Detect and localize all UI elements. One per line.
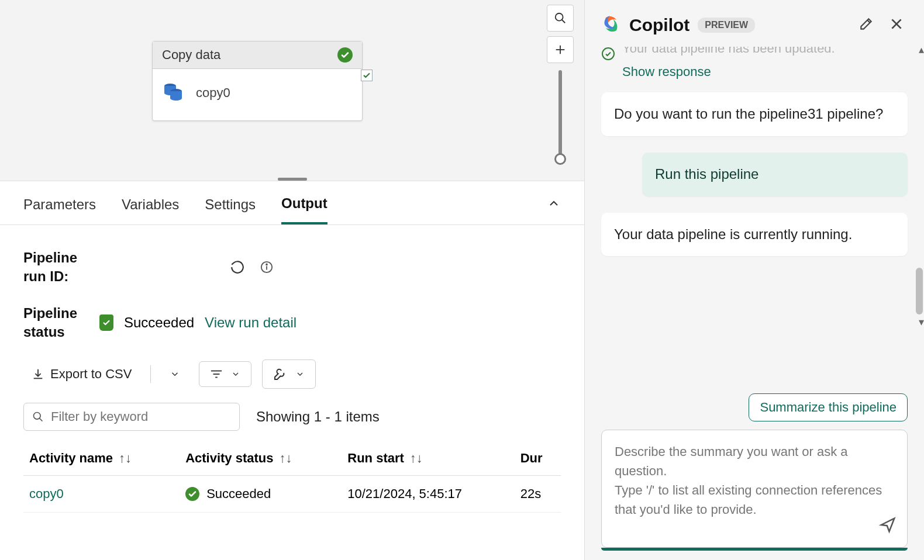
clear-chat-button[interactable] [855, 13, 877, 37]
svg-line-3 [562, 20, 566, 23]
activity-name-label: copy0 [196, 85, 230, 101]
tab-output[interactable]: Output [281, 195, 327, 224]
search-canvas-button[interactable] [547, 5, 574, 32]
activity-name-cell[interactable]: copy0 [29, 486, 64, 501]
export-csv-dropdown[interactable] [161, 363, 188, 385]
collapse-panel-button[interactable] [547, 196, 561, 213]
zoom-slider-thumb[interactable] [554, 153, 566, 165]
sort-icon: ↑↓ [119, 451, 132, 465]
assistant-message: Your data pipeline is currently running. [601, 213, 908, 257]
output-toolbar: Export to CSV [23, 359, 561, 389]
zoom-controls [547, 5, 574, 164]
zoom-slider[interactable] [558, 70, 562, 164]
sort-icon: ↑↓ [410, 451, 423, 465]
activity-type-label: Copy data [162, 47, 220, 63]
copilot-panel: Copilot PREVIEW ▴ Your data pipeline has… [585, 0, 924, 560]
table-header-row: Activity name↑↓ Activity status↑↓ Run st… [23, 441, 561, 476]
on-success-handle[interactable] [361, 70, 373, 81]
success-icon [185, 487, 199, 501]
col-activity-status[interactable]: Activity status↑↓ [180, 441, 342, 476]
tools-button[interactable] [262, 359, 316, 389]
main-panel: Copy data copy0 [0, 0, 585, 560]
send-button[interactable] [879, 516, 897, 539]
copilot-logo-icon [601, 14, 621, 36]
duration-cell: 22s [515, 475, 561, 512]
scroll-down-arrow[interactable]: ▾ [919, 316, 924, 329]
svg-line-14 [39, 418, 42, 421]
export-csv-button[interactable]: Export to CSV [23, 361, 140, 388]
view-run-detail-link[interactable]: View run detail [205, 314, 296, 331]
check-circle-icon [601, 47, 615, 61]
col-activity-name[interactable]: Activity name↑↓ [23, 441, 180, 476]
copilot-title: Copilot [629, 15, 689, 35]
show-response-link[interactable]: Show response [622, 64, 908, 79]
filter-columns-button[interactable] [199, 361, 251, 387]
activity-card-copy-data[interactable]: Copy data copy0 [152, 41, 363, 121]
suggestion-chip[interactable]: Summarize this pipeline [749, 393, 908, 421]
activity-status-cell: Succeeded [206, 486, 271, 502]
svg-point-8 [266, 264, 267, 265]
input-focus-underline [601, 548, 908, 551]
export-csv-label: Export to CSV [50, 367, 132, 382]
search-icon [32, 410, 44, 423]
svg-point-13 [33, 412, 40, 419]
refresh-button[interactable] [228, 258, 247, 276]
user-message: Run this pipeline [642, 153, 908, 196]
close-copilot-button[interactable] [885, 13, 908, 37]
details-tabs: Parameters Variables Settings Output [0, 181, 584, 225]
col-run-start[interactable]: Run start↑↓ [342, 441, 514, 476]
activity-card-body: copy0 [153, 69, 362, 120]
chat-scroll-area[interactable]: ▴ Your data pipeline has been updated. S… [585, 46, 924, 393]
filter-keyword-input[interactable] [51, 409, 231, 424]
activities-table: Activity name↑↓ Activity status↑↓ Run st… [23, 441, 561, 513]
run-id-label: Pipeline run ID: [23, 248, 99, 286]
showing-count: Showing 1 - 1 items [256, 409, 380, 425]
copilot-input-placeholder: Describe the summary you want or ask a q… [615, 444, 882, 517]
pipeline-canvas[interactable]: Copy data copy0 [0, 0, 584, 181]
tab-parameters[interactable]: Parameters [23, 196, 96, 223]
preview-badge: PREVIEW [698, 18, 755, 33]
zoom-in-button[interactable] [547, 36, 574, 63]
sort-icon: ↑↓ [280, 451, 292, 465]
copilot-input[interactable]: Describe the summary you want or ask a q… [601, 430, 908, 548]
svg-point-18 [602, 48, 614, 60]
previous-message-partial: Your data pipeline has been updated. [601, 47, 908, 61]
tab-variables[interactable]: Variables [122, 196, 179, 223]
filter-keyword-input-wrapper [23, 403, 240, 431]
info-icon[interactable] [257, 258, 276, 276]
activity-card-header: Copy data [153, 42, 362, 69]
assistant-message: Do you want to run the pipeline31 pipeli… [601, 92, 908, 136]
status-value: Succeeded [124, 314, 194, 331]
run-start-cell: 10/21/2024, 5:45:17 [342, 475, 514, 512]
col-duration[interactable]: Dur [515, 441, 561, 476]
tab-settings[interactable]: Settings [205, 196, 256, 223]
scroll-up-arrow[interactable]: ▴ [919, 46, 924, 56]
toolbar-divider [150, 365, 151, 383]
database-icon [162, 79, 185, 106]
copilot-header: Copilot PREVIEW [585, 0, 924, 46]
status-label: Pipeline status [23, 304, 99, 342]
success-icon [337, 47, 353, 63]
svg-point-2 [556, 13, 563, 21]
scrollbar-thumb[interactable] [916, 268, 923, 314]
suggestion-row: Summarize this pipeline [585, 393, 924, 430]
table-row[interactable]: copy0 Succeeded 10/21/2024, 5:45:17 22s [23, 475, 561, 512]
output-panel: Pipeline run ID: Pipeline status Succeed… [0, 225, 584, 513]
panel-resize-handle[interactable] [278, 178, 307, 181]
shield-check-icon [99, 314, 113, 331]
